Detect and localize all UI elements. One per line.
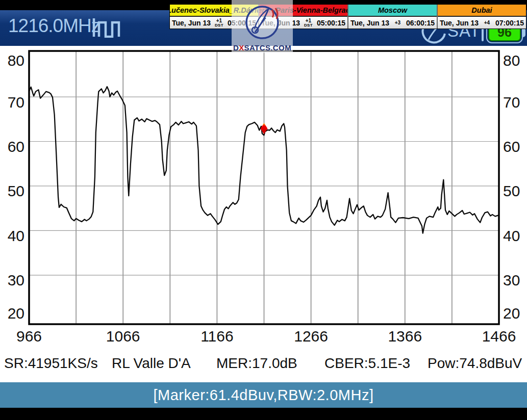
svg-text:966: 966 [16, 328, 42, 345]
bottom-black-bar [0, 408, 527, 420]
svg-text:1166: 1166 [200, 328, 234, 345]
clock-date: Tue, Jun 13 [172, 19, 211, 27]
marker-info-text: [Marker:61.4dBuv,RBW:2.0MHz] [154, 387, 374, 404]
utc-offset: +4 [484, 20, 490, 25]
svg-text:1066: 1066 [106, 328, 140, 345]
svg-text:60: 60 [8, 138, 24, 155]
watermark-text: DXSATCS.COM [233, 43, 291, 52]
svg-text:1366: 1366 [388, 328, 422, 345]
square-wave-icon [92, 16, 120, 38]
svg-text:20: 20 [8, 305, 24, 322]
clock-panel-dubai: Dubai Tue, Jun 13 +4 07:00:15 [438, 5, 526, 29]
clock-time: 05:00:15 [317, 19, 345, 27]
svg-text:70: 70 [8, 94, 24, 111]
power-value: Pow:74.8dBuV [428, 355, 522, 372]
utc-offset: +3 [395, 20, 400, 25]
clock-date: Tue, Jun 13 [440, 19, 479, 27]
clock-date: Tue, Jun 13 [350, 19, 389, 27]
svg-text:20: 20 [503, 305, 520, 322]
svg-text:1266: 1266 [294, 328, 328, 345]
dxsatcs-watermark: DXSATCS.COM [232, 0, 293, 53]
utc-offset: +1 DST [304, 18, 313, 28]
clock-time: 07:00:15 [495, 19, 524, 27]
svg-text:50: 50 [503, 182, 520, 199]
frequency-readout: 1216.0MHz [8, 15, 100, 37]
marker-info-bar: [Marker:61.4dBuv,RBW:2.0MHz] [0, 381, 527, 408]
svg-text:70: 70 [503, 94, 520, 111]
svg-text:1466: 1466 [482, 328, 516, 345]
clock-city-label: Dubai [438, 5, 526, 17]
world-clocks: Lučenec-Slovakia_R.Dávid Tue, Jun 13 +1 … [169, 4, 526, 29]
clock-city-label: Moscow [348, 5, 437, 17]
svg-text:80: 80 [503, 52, 520, 69]
svg-text:30: 30 [503, 272, 520, 288]
service-name: RL Valle D'A [112, 355, 191, 372]
svg-text:30: 30 [8, 272, 24, 288]
svg-text:40: 40 [503, 227, 520, 244]
clock-time-row: Tue, Jun 13 +4 07:00:15 [438, 17, 526, 29]
clock-time-row: Tue, Jun 13 +3 06:00:15 [348, 17, 437, 29]
dxsatcs-logo-icon [242, 2, 282, 42]
svg-text:40: 40 [8, 227, 24, 244]
clock-time: 06:00:15 [406, 19, 435, 27]
cber-value: CBER:5.1E-3 [324, 355, 410, 372]
symbol-rate: SR:41951KS/s [4, 355, 98, 372]
svg-text:50: 50 [8, 182, 24, 199]
utc-offset: +1 DST [215, 18, 223, 28]
mer-value: MER:17.0dB [216, 355, 297, 372]
svg-text:80: 80 [8, 52, 24, 69]
svg-text:60: 60 [503, 138, 520, 155]
status-row: SR:41951KS/s RL Valle D'A MER:17.0dB CBE… [0, 355, 527, 373]
clock-panel-moscow: Moscow Tue, Jun 13 +3 06:00:15 [348, 5, 438, 29]
spectrum-plot[interactable]: 8080707060605050404030302020966106611661… [0, 46, 527, 382]
